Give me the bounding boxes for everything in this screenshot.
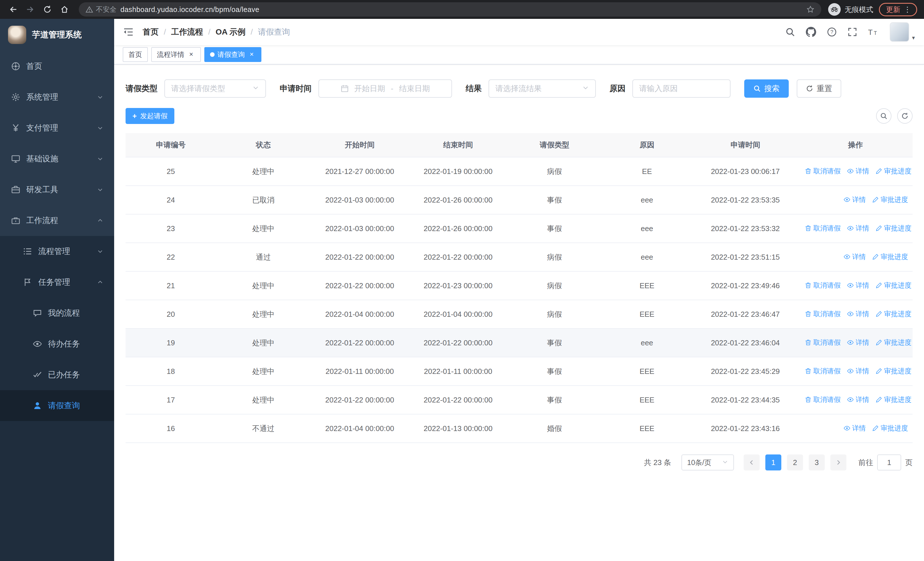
cell-reason: eee xyxy=(602,243,692,271)
address-bar[interactable]: 不安全 dashboard.yudao.iocoder.cn/bpm/oa/le… xyxy=(79,2,821,17)
page-button-3[interactable]: 3 xyxy=(809,454,825,471)
result-select[interactable]: 请选择流结果 xyxy=(489,80,596,98)
cell-start: 2022-01-11 00:00:00 xyxy=(310,357,409,386)
cell-actions: 取消请假详情审批进度 xyxy=(798,386,913,414)
browser-back-icon[interactable] xyxy=(6,2,21,17)
create-leave-label: 发起请假 xyxy=(140,111,168,120)
detail-link[interactable]: 详情 xyxy=(847,224,869,233)
approval-progress-link[interactable]: 审批进度 xyxy=(876,395,912,404)
approval-progress-link[interactable]: 审批进度 xyxy=(876,309,912,319)
approval-progress-link[interactable]: 审批进度 xyxy=(872,252,908,261)
detail-link[interactable]: 详情 xyxy=(843,252,866,261)
cancel-leave-link[interactable]: 取消请假 xyxy=(805,338,841,347)
reset-button[interactable]: 重置 xyxy=(797,80,841,98)
page-button-2[interactable]: 2 xyxy=(787,454,803,471)
column-header: 结束时间 xyxy=(409,133,507,157)
close-icon[interactable]: × xyxy=(187,51,195,59)
page-size-select[interactable]: 10条/页 xyxy=(681,454,734,471)
github-icon[interactable] xyxy=(806,27,816,37)
sidebar-item-leave-query[interactable]: 请假查询 xyxy=(0,390,114,421)
cell-reason: eee xyxy=(602,214,692,243)
next-page-button[interactable] xyxy=(830,454,846,471)
approval-progress-link[interactable]: 审批进度 xyxy=(876,338,912,347)
cell-applied: 2022-01-23 00:06:17 xyxy=(692,157,798,186)
detail-link[interactable]: 详情 xyxy=(843,195,866,204)
browser-reload-icon[interactable] xyxy=(40,2,55,17)
tab-leave-query[interactable]: 请假查询 × xyxy=(204,47,261,62)
font-size-icon[interactable]: TT xyxy=(868,28,879,36)
detail-link[interactable]: 详情 xyxy=(847,167,869,176)
security-status[interactable]: 不安全 xyxy=(86,5,116,14)
cell-start: 2022-01-22 00:00:00 xyxy=(310,243,409,271)
cancel-leave-link[interactable]: 取消请假 xyxy=(805,167,841,176)
help-icon[interactable]: ? xyxy=(827,27,837,37)
detail-link[interactable]: 详情 xyxy=(847,309,869,319)
approval-progress-link[interactable]: 审批进度 xyxy=(872,424,908,433)
sidebar-item-home[interactable]: 首页 xyxy=(0,51,114,82)
cancel-leave-link[interactable]: 取消请假 xyxy=(805,224,841,233)
toggle-search-button[interactable] xyxy=(876,108,891,124)
sidebar-item-workflow[interactable]: 工作流程 xyxy=(0,205,114,236)
sidebar-item-todo-tasks[interactable]: 待办任务 xyxy=(0,328,114,359)
user-menu[interactable]: ▾ xyxy=(890,22,915,42)
sidebar-item-dev-tools[interactable]: 研发工具 xyxy=(0,174,114,205)
breadcrumb-item[interactable]: 首页 xyxy=(142,27,159,38)
tab-home[interactable]: 首页 xyxy=(123,47,148,62)
sidebar-collapse-icon[interactable] xyxy=(123,28,134,36)
bookmark-star-icon[interactable] xyxy=(806,5,814,14)
app-logo[interactable]: 芋道管理系统 xyxy=(0,19,114,51)
cell-status: 处理中 xyxy=(216,300,310,328)
browser-update-button[interactable]: 更新 ⋮ xyxy=(879,3,917,16)
prev-page-button[interactable] xyxy=(744,454,760,471)
cancel-leave-link[interactable]: 取消请假 xyxy=(805,309,841,319)
create-leave-button[interactable]: + 发起请假 xyxy=(126,108,174,124)
reset-button-label: 重置 xyxy=(817,83,832,94)
detail-link[interactable]: 详情 xyxy=(847,395,869,404)
fullscreen-icon[interactable] xyxy=(848,27,857,37)
cell-start: 2022-01-22 00:00:00 xyxy=(310,271,409,300)
detail-link[interactable]: 详情 xyxy=(847,281,869,290)
cancel-leave-link[interactable]: 取消请假 xyxy=(805,281,841,290)
sidebar-item-task-mgmt[interactable]: 任务管理 xyxy=(0,267,114,298)
cell-start: 2022-01-22 00:00:00 xyxy=(310,386,409,414)
breadcrumb-item[interactable]: 工作流程 xyxy=(171,27,203,38)
cell-id: 16 xyxy=(126,414,216,443)
browser-forward-icon[interactable] xyxy=(23,2,38,17)
chevron-down-icon xyxy=(722,459,728,467)
search-button[interactable]: 搜索 xyxy=(744,80,789,98)
close-icon[interactable]: × xyxy=(248,51,256,59)
breadcrumb-item[interactable]: OA 示例 xyxy=(216,27,246,38)
approval-progress-link[interactable]: 审批进度 xyxy=(876,367,912,376)
sidebar-item-payment-mgmt[interactable]: 支付管理 xyxy=(0,113,114,143)
detail-link[interactable]: 详情 xyxy=(847,338,869,347)
svg-text:T: T xyxy=(868,28,873,36)
reason-input[interactable] xyxy=(632,80,730,98)
tab-process-detail[interactable]: 流程详情 × xyxy=(151,47,201,62)
sidebar-item-process-mgmt[interactable]: 流程管理 xyxy=(0,236,114,267)
approval-progress-link[interactable]: 审批进度 xyxy=(872,195,908,204)
cancel-leave-link[interactable]: 取消请假 xyxy=(805,367,841,376)
approval-progress-link[interactable]: 审批进度 xyxy=(876,281,912,290)
cell-id: 21 xyxy=(126,271,216,300)
leave-type-select[interactable]: 请选择请假类型 xyxy=(164,80,266,98)
cell-end: 2022-01-19 00:00:00 xyxy=(409,157,507,186)
page-button-1[interactable]: 1 xyxy=(765,454,782,471)
goto-page-input[interactable] xyxy=(877,454,901,471)
apply-time-range-picker[interactable]: 开始日期 - 结束日期 xyxy=(318,80,452,98)
detail-link[interactable]: 详情 xyxy=(843,424,866,433)
approval-progress-link[interactable]: 审批进度 xyxy=(876,167,912,176)
sidebar-item-my-process[interactable]: 我的流程 xyxy=(0,298,114,328)
approval-progress-link[interactable]: 审批进度 xyxy=(876,224,912,233)
cell-end: 2022-01-26 00:00:00 xyxy=(409,186,507,214)
detail-link[interactable]: 详情 xyxy=(847,367,869,376)
browser-home-icon[interactable] xyxy=(57,2,72,17)
browser-menu-icon[interactable]: ⋮ xyxy=(904,6,911,13)
chevron-down-icon xyxy=(97,156,103,162)
refresh-table-button[interactable] xyxy=(897,108,913,124)
avatar xyxy=(890,22,909,42)
search-icon[interactable] xyxy=(785,27,795,37)
sidebar-item-system-mgmt[interactable]: 系统管理 xyxy=(0,82,114,113)
sidebar-item-done-tasks[interactable]: 已办任务 xyxy=(0,359,114,390)
sidebar-item-infrastructure[interactable]: 基础设施 xyxy=(0,143,114,174)
cancel-leave-link[interactable]: 取消请假 xyxy=(805,395,841,404)
